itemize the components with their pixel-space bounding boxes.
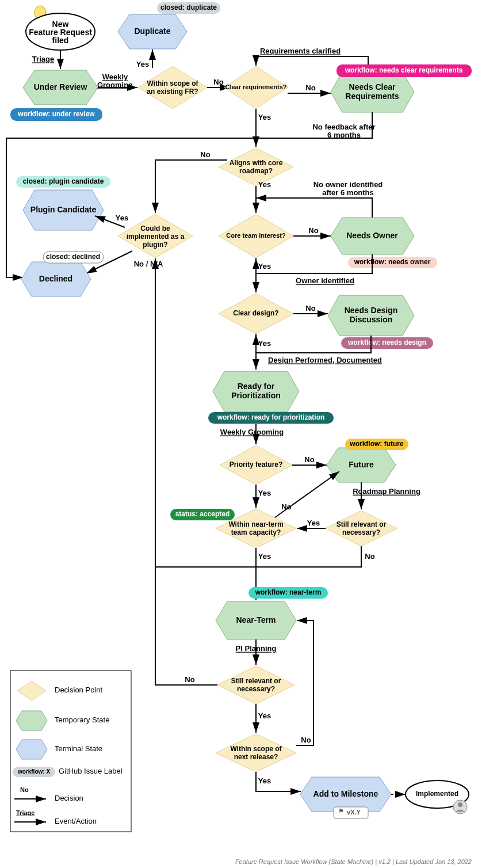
ncr-l1: Needs Clear (349, 82, 396, 92)
edge-capacity-yes-label: Yes (258, 552, 271, 561)
clear-design-label: Clear design? (233, 309, 278, 317)
edge-roadmap-label: Roadmap Planning (353, 487, 420, 496)
could-plugin-l3: plugin? (143, 241, 167, 249)
edge-wnr-no-label: No (301, 736, 311, 744)
badge-ncr-label: workflow: needs clear requirements (345, 66, 463, 74)
badge-near-term-label: workflow: near-term (255, 588, 322, 596)
capacity-l1: Within near-term (228, 520, 283, 528)
within-scope-l2: an existing FR? (147, 87, 198, 96)
near-term-label: Near-Term (236, 615, 276, 625)
declined-label: Declined (39, 274, 72, 283)
legend-term-icon (16, 740, 47, 759)
legend-term-label: Terminal State (55, 744, 102, 753)
needs-design-l1: Needs Design (345, 306, 398, 315)
workflow-diagram: New Feature Request filed Triage Under R… (0, 0, 478, 868)
edge-plugin-yes-label: Yes (116, 214, 128, 222)
badge-needs-owner-label: workflow: needs owner (354, 258, 431, 266)
clear-req-label: Clear requirements? (225, 83, 287, 90)
edge-aligns-no (155, 160, 227, 213)
legend-event-label: Event/Action (55, 817, 97, 825)
edge-design-performed-label: Design Performed, Documented (268, 356, 382, 364)
edge-priority-no-label: No (304, 455, 314, 464)
legend-decision-arrow-label: Decision (55, 794, 83, 802)
capacity-l2: team capacity? (231, 528, 281, 536)
wnr-l2: next release? (234, 753, 278, 761)
rfp-l2: Prioritization (231, 391, 281, 400)
under-review-label: Under Review (34, 82, 87, 92)
duplicate-label: Duplicate (134, 26, 170, 36)
future-label: Future (349, 460, 374, 469)
badge-accepted-label: status: accepted (175, 510, 230, 518)
edge-design-no-label: No (305, 304, 315, 313)
aligns-l1: Aligns with core (230, 159, 283, 167)
edge-design-yes-label: Yes (258, 339, 271, 348)
could-plugin-l1: Could be (140, 224, 170, 233)
edge-aligns-yes-label: Yes (258, 180, 271, 189)
priority-label: Priority feature? (230, 460, 283, 469)
svg-point-3 (458, 802, 462, 807)
edge-wg1-l1: Weekly (102, 73, 128, 81)
edge-priority-yes-label: Yes (258, 489, 271, 497)
implemented-label: Implemented (416, 790, 458, 798)
edge-noowner-l1: No owner identified (313, 180, 383, 189)
edge-core-yes-label: Yes (258, 262, 271, 271)
edge-wg1-l2: Grooming (97, 81, 133, 89)
edge-wnr-no (296, 620, 313, 745)
edge-sr1-no-label: No (365, 552, 374, 561)
needs-owner-label: Needs Owner (346, 231, 398, 240)
wnr-l1: Within scope of (230, 745, 282, 753)
rfp-l1: Ready for (238, 382, 275, 391)
edge-sr2-no (155, 568, 217, 685)
badge-rfp-label: workflow: ready for prioritization (217, 413, 325, 421)
badge-needs-design-label: workflow: needs design (347, 338, 426, 347)
edge-nofb-l2: 6 months (327, 131, 361, 139)
legend-badge-label: GitHub Issue Label (59, 767, 123, 775)
legend-temp-icon (16, 711, 47, 730)
add-milestone-label: Add to Milestone (313, 789, 378, 798)
sr1-l1: Still relevant or (336, 520, 387, 528)
edge-scope-no-label: No (213, 78, 223, 86)
edge-nofb-l1: No feedback after (312, 123, 375, 131)
badge-duplicate-label: closed: duplicate (160, 3, 217, 12)
edge-plugin-no-label: No / N/A (134, 260, 163, 268)
sr2-l2: necessary? (237, 685, 275, 693)
legend-badge-text: workflow: X (17, 768, 50, 775)
legend-temp-label: Temporary State (55, 715, 109, 724)
footer: Feature Request Issue Workflow (State Ma… (235, 858, 472, 865)
edge-owner-label: Owner identified (296, 276, 354, 285)
sr1-l2: necessary? (342, 528, 380, 536)
edge-sr2-no-label: No (185, 675, 194, 684)
edge-clearreq-no-label: No (305, 83, 315, 92)
legend-decision-label: Decision Point (55, 686, 102, 694)
edge-wg2-label: Weekly Grooming (220, 428, 284, 436)
edge-pi-label: PI Planning (236, 644, 277, 653)
edge-scope-yes-label: Yes (136, 60, 149, 68)
milestone-tag-label: vX.Y (347, 809, 361, 816)
edge-clearreq-yes-label: Yes (258, 113, 271, 121)
edge-sr2-yes-label: Yes (258, 711, 271, 720)
edge-triage-label: Triage (32, 55, 54, 63)
svg-text:⚑: ⚑ (338, 808, 344, 814)
could-plugin-l2: implemented as a (127, 233, 185, 241)
edge-capacity-no-label: No (281, 502, 291, 511)
core-team-label: Core team interest? (226, 232, 286, 239)
start-label-l3: filed (52, 36, 69, 45)
badge-under-review-label: workflow: under review (17, 110, 95, 118)
edge-sr1-yes-label: Yes (307, 519, 320, 527)
badge-plugin-label: closed: plugin candidate (23, 177, 104, 185)
edge-aligns-no-label: No (200, 150, 210, 159)
badge-declined-label: closed: declined (46, 253, 100, 261)
edge-wnr-yes-label: Yes (258, 776, 271, 785)
edge-req-clarified-label: Requirements clarified (260, 47, 341, 55)
legend-no: No (20, 786, 29, 793)
edge-no-owner-6mo-2 (256, 198, 372, 218)
within-scope-l1: Within scope of (147, 79, 198, 87)
legend-triage: Triage (16, 809, 35, 816)
needs-design-l2: Discussion (350, 315, 393, 324)
plugin-cand-label: Plugin Candidate (30, 205, 97, 214)
sr2-l1: Still relevant or (231, 677, 281, 685)
ncr-l2: Requirements (345, 92, 399, 101)
edge-core-no-label: No (308, 226, 318, 235)
badge-future-label: workflow: future (349, 440, 404, 448)
edge-noowner-l2: after 6 months (322, 188, 374, 197)
